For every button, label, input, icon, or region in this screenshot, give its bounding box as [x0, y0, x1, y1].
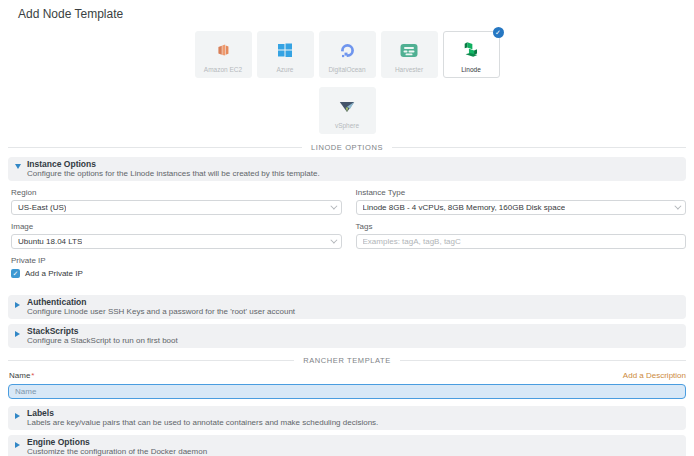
- linode-icon: [463, 40, 480, 60]
- section-subtitle: Customize the configuration of the Docke…: [27, 447, 678, 456]
- selected-check-icon: ✓: [493, 27, 504, 38]
- image-field: Image Ubuntu 18.04 LTS: [11, 222, 342, 249]
- region-label: Region: [11, 188, 342, 197]
- authentication-section-header[interactable]: Authentication Configure Linode user SSH…: [8, 295, 686, 319]
- amazon-ec2-icon: [215, 40, 232, 60]
- instance-type-select[interactable]: Linode 8GB - 4 vCPUs, 8GB Memory, 160GB …: [356, 200, 687, 215]
- provider-card-vsphere[interactable]: vSphere: [319, 87, 376, 134]
- provider-card-row: Amazon EC2 Azure DigitalOcean: [0, 31, 694, 78]
- provider-card-label: Azure: [277, 66, 294, 73]
- chevron-down-icon: [674, 203, 681, 210]
- divider-line: [8, 360, 294, 361]
- instance-options-section-header[interactable]: Instance Options Configure the options f…: [8, 157, 686, 181]
- section-subtitle: Configure a StackScript to run on first …: [27, 336, 678, 345]
- chevron-down-icon: [330, 203, 337, 210]
- section-subtitle: Configure the options for the Linode ins…: [27, 169, 678, 178]
- add-description-link[interactable]: Add a Description: [623, 371, 686, 380]
- name-label-row: Name* Add a Description: [9, 371, 686, 380]
- page-title: Add Node Template: [0, 0, 694, 21]
- rancher-template-divider: RANCHER TEMPLATE: [8, 356, 686, 365]
- chevron-right-icon: [15, 331, 20, 337]
- provider-card-amazon-ec2[interactable]: Amazon EC2: [195, 31, 252, 78]
- image-select-value: Ubuntu 18.04 LTS: [18, 237, 82, 246]
- section-title: Engine Options: [27, 437, 678, 447]
- section-title: StackScripts: [27, 326, 678, 336]
- region-field: Region US-East (US): [11, 188, 342, 215]
- provider-card-label: DigitalOcean: [328, 66, 365, 73]
- provider-card-digitalocean[interactable]: DigitalOcean: [319, 31, 376, 78]
- instance-type-label: Instance Type: [356, 188, 687, 197]
- rancher-template-heading: RANCHER TEMPLATE: [303, 356, 391, 365]
- private-ip-checkbox[interactable]: ✓: [11, 269, 20, 278]
- tags-input[interactable]: [356, 234, 687, 249]
- linode-options-divider: LINODE OPTIONS: [8, 143, 686, 152]
- section-title: Labels: [27, 408, 678, 418]
- harvester-icon: [400, 40, 418, 60]
- chevron-right-icon: [15, 442, 20, 448]
- chevron-down-icon: [330, 237, 337, 244]
- provider-card-label: Amazon EC2: [204, 66, 242, 73]
- stackscripts-section-header[interactable]: StackScripts Configure a StackScript to …: [8, 324, 686, 348]
- divider-line: [392, 147, 686, 148]
- private-ip-label: Private IP: [11, 256, 686, 265]
- provider-card-label: Linode: [461, 66, 481, 73]
- name-label: Name*: [9, 371, 34, 380]
- image-label: Image: [11, 222, 342, 231]
- divider-line: [400, 360, 686, 361]
- section-title: Instance Options: [27, 159, 678, 169]
- chevron-right-icon: [15, 413, 20, 419]
- provider-card-linode[interactable]: ✓ Linode: [443, 31, 500, 78]
- private-ip-checkbox-label: Add a Private IP: [25, 269, 83, 278]
- image-select[interactable]: Ubuntu 18.04 LTS: [11, 234, 342, 249]
- provider-card-label: vSphere: [335, 122, 359, 129]
- provider-card-harvester[interactable]: Harvester: [381, 31, 438, 78]
- engine-options-section-header[interactable]: Engine Options Customize the configurati…: [8, 435, 686, 456]
- linode-options-heading: LINODE OPTIONS: [311, 143, 383, 152]
- region-select-value: US-East (US): [18, 203, 66, 212]
- provider-card-label: Harvester: [395, 66, 423, 73]
- required-asterisk: *: [31, 371, 34, 380]
- instance-type-select-value: Linode 8GB - 4 vCPUs, 8GB Memory, 160GB …: [363, 203, 566, 212]
- divider-line: [8, 147, 302, 148]
- provider-card-row-2: vSphere: [0, 87, 694, 134]
- azure-icon: [277, 40, 293, 60]
- section-subtitle: Labels are key/value pairs that can be u…: [27, 418, 678, 427]
- section-title: Authentication: [27, 297, 678, 307]
- vsphere-icon: [338, 96, 356, 116]
- chevron-right-icon: [15, 302, 20, 308]
- tags-field: Tags: [356, 222, 687, 249]
- private-ip-field: Private IP ✓ Add a Private IP: [11, 256, 686, 278]
- section-subtitle: Configure Linode user SSH Keys and a pas…: [27, 307, 678, 316]
- private-ip-row: Private IP ✓ Add a Private IP: [11, 256, 686, 278]
- chevron-expanded-icon: [15, 164, 21, 169]
- region-select[interactable]: US-East (US): [11, 200, 342, 215]
- instance-type-field: Instance Type Linode 8GB - 4 vCPUs, 8GB …: [356, 188, 687, 215]
- image-tags-row: Image Ubuntu 18.04 LTS Tags: [11, 222, 686, 249]
- labels-section-header[interactable]: Labels Labels are key/value pairs that c…: [8, 406, 686, 430]
- provider-card-azure[interactable]: Azure: [257, 31, 314, 78]
- digitalocean-icon: [339, 40, 356, 60]
- private-ip-checkbox-row: ✓ Add a Private IP: [11, 269, 686, 278]
- name-input[interactable]: [8, 384, 686, 399]
- region-instance-row: Region US-East (US) Instance Type Linode…: [11, 188, 686, 215]
- tags-label: Tags: [356, 222, 687, 231]
